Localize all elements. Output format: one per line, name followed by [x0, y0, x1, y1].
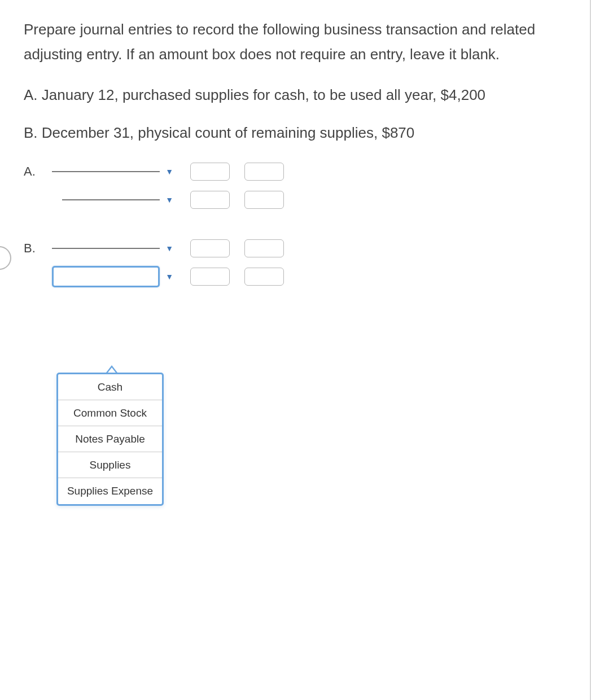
dropdown-arrow-icon[interactable]: ▼: [165, 167, 173, 176]
entry-a-row2-account-dropdown[interactable]: ▼: [52, 195, 173, 204]
entries-area: A. ▼ ▼: [24, 158, 573, 291]
entry-a-label: A.: [24, 164, 52, 179]
entry-b-row1: B. ▼: [24, 234, 573, 262]
entry-a-row1-account-dropdown[interactable]: ▼: [52, 167, 173, 176]
dropdown-pointer-icon: [106, 365, 117, 373]
entry-a-row1-credit-input[interactable]: [244, 163, 284, 181]
page-container: Prepare journal entries to record the fo…: [0, 0, 591, 700]
entry-a-row1-debit-input[interactable]: [190, 163, 230, 181]
dropdown-option[interactable]: Common Stock: [58, 400, 162, 426]
entry-b-row1-account-dropdown[interactable]: ▼: [52, 244, 173, 253]
dropdown-arrow-icon[interactable]: ▼: [165, 195, 173, 204]
entry-b: B. ▼ ▼: [24, 234, 573, 291]
dropdown-active-box[interactable]: [52, 266, 160, 287]
entry-b-row1-credit-input[interactable]: [244, 239, 284, 257]
dropdown-option[interactable]: Supplies Expense: [58, 478, 162, 504]
dropdown-option[interactable]: Supplies: [58, 452, 162, 478]
entry-a-row1: A. ▼: [24, 158, 573, 186]
account-dropdown-list[interactable]: Cash Common Stock Notes Payable Supplies…: [56, 373, 164, 506]
entry-b-row2-debit-input[interactable]: [190, 268, 230, 286]
hint-bubble-icon: [0, 246, 11, 270]
dropdown-arrow-icon[interactable]: ▼: [165, 272, 173, 281]
entry-a-row2-credit-input[interactable]: [244, 191, 284, 209]
dropdown-line: [52, 248, 160, 249]
entry-b-row2: ▼: [24, 262, 573, 291]
dropdown-option[interactable]: Cash: [58, 374, 162, 400]
entry-b-row2-credit-input[interactable]: [244, 268, 284, 286]
entry-a-row2-debit-input[interactable]: [190, 191, 230, 209]
entry-a: A. ▼ ▼: [24, 158, 573, 214]
dropdown-arrow-icon[interactable]: ▼: [165, 244, 173, 253]
instructions-text: Prepare journal entries to record the fo…: [24, 17, 573, 67]
transaction-b-text: B. December 31, physical count of remain…: [24, 120, 573, 145]
entry-a-row2: ▼: [24, 186, 573, 214]
entry-b-label: B.: [24, 241, 52, 256]
entry-b-row2-account-dropdown[interactable]: ▼: [52, 266, 173, 287]
dropdown-option[interactable]: Notes Payable: [58, 426, 162, 452]
transaction-a-text: A. January 12, purchased supplies for ca…: [24, 82, 573, 107]
entry-b-row1-debit-input[interactable]: [190, 239, 230, 257]
dropdown-line: [52, 171, 160, 172]
dropdown-line: [62, 199, 160, 200]
